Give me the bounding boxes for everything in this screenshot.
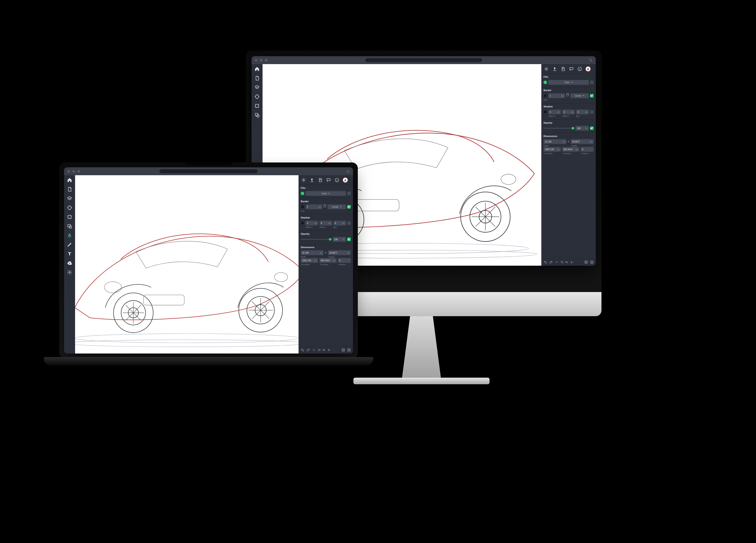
settings-icon[interactable] (67, 270, 72, 275)
share-icon[interactable] (318, 178, 323, 182)
undo-icon[interactable] (544, 260, 547, 264)
canvas[interactable] (75, 175, 299, 354)
opacity-enabled-checkbox[interactable] (347, 238, 351, 241)
info-icon[interactable] (577, 67, 582, 71)
upload-icon[interactable] (552, 67, 557, 71)
pen-tool-icon[interactable] (67, 233, 72, 238)
zoom-out-icon[interactable] (555, 260, 558, 264)
comment-icon[interactable] (326, 178, 331, 182)
width-input[interactable]: 22.245px (301, 250, 324, 255)
border-enabled-checkbox[interactable] (590, 94, 594, 97)
opacity-slider-thumb[interactable] (329, 238, 331, 241)
traffic-light-minimize[interactable] (260, 59, 263, 62)
home-icon[interactable] (254, 66, 260, 72)
lock-icon[interactable] (324, 205, 326, 208)
border-enabled-checkbox[interactable] (347, 205, 351, 209)
traffic-light-zoom[interactable] (265, 59, 268, 62)
link-dimensions-icon[interactable]: ⇅ (568, 141, 569, 143)
pencil-icon[interactable] (67, 242, 72, 247)
shadow-offset-x-input[interactable]: 4px (306, 221, 318, 225)
address-bar[interactable] (159, 169, 257, 173)
zoom-out-icon[interactable] (312, 348, 316, 352)
opacity-slider[interactable] (544, 128, 574, 129)
fit-screen-icon[interactable] (584, 260, 588, 264)
x-position-input[interactable]: 1092.135px (301, 258, 318, 263)
height-input[interactable]: 20.8577px (328, 250, 351, 255)
brand-logo-icon[interactable] (586, 67, 590, 71)
page-icon[interactable] (254, 76, 260, 81)
target-icon[interactable] (254, 94, 260, 99)
redo-icon[interactable] (549, 260, 553, 264)
height-input[interactable]: 20.8577px (571, 139, 594, 144)
collapse-panel-icon[interactable] (347, 348, 351, 352)
fill-enabled-checkbox[interactable] (590, 81, 594, 84)
styles-icon[interactable] (544, 67, 549, 71)
border-size-input[interactable]: 1px (548, 93, 565, 98)
traffic-light-close[interactable] (255, 59, 257, 62)
artboard-icon[interactable] (67, 214, 72, 220)
traffic-light-zoom[interactable] (77, 170, 80, 173)
border-align-dropdown[interactable]: Center (570, 93, 589, 98)
shadow-offset-y-input[interactable]: 4px (562, 110, 575, 114)
shadow-color-swatch[interactable] (301, 221, 304, 225)
x-position-input[interactable]: 1092.135px (544, 147, 561, 152)
opacity-value-input[interactable]: 100% (576, 126, 589, 131)
svg-point-26 (586, 262, 587, 262)
shadow-blur-input[interactable]: 0px (333, 221, 346, 225)
search-icon[interactable] (346, 170, 349, 173)
opacity-slider[interactable] (301, 239, 331, 240)
y-position-input[interactable]: 693.3414px (562, 147, 580, 152)
brand-logo-icon[interactable] (343, 178, 348, 182)
window-titlebar (252, 56, 596, 64)
opacity-value-input[interactable]: 100% (333, 237, 346, 242)
cloud-upload-icon[interactable] (67, 260, 72, 266)
shadow-color-swatch[interactable] (544, 110, 547, 114)
border-align-dropdown[interactable]: Center (328, 204, 346, 209)
zoom-in-icon[interactable] (327, 348, 331, 352)
fill-color-dropdown[interactable]: Color (306, 191, 346, 196)
redo-icon[interactable] (306, 348, 310, 352)
fill-color-swatch[interactable] (301, 192, 304, 195)
shadow-enabled-checkbox[interactable] (347, 221, 351, 225)
styles-icon[interactable] (301, 178, 306, 182)
share-icon[interactable] (561, 67, 565, 71)
y-position-input[interactable]: 693.3414px (319, 258, 337, 263)
rotation-input[interactable]: 0° (338, 258, 351, 263)
shadow-offset-y-input[interactable]: 4px (319, 221, 332, 225)
page-icon[interactable] (67, 187, 72, 192)
layers-icon[interactable] (254, 85, 260, 90)
fill-enabled-checkbox[interactable] (347, 192, 351, 195)
border-size-input[interactable]: 1px (306, 204, 322, 209)
collapse-panel-icon[interactable] (590, 260, 594, 264)
address-bar[interactable] (365, 58, 482, 62)
fill-color-swatch[interactable] (544, 81, 547, 84)
shadow-offset-x-input[interactable]: 4px (548, 110, 561, 114)
comment-icon[interactable] (569, 67, 574, 71)
fit-screen-icon[interactable] (342, 348, 345, 352)
opacity-enabled-checkbox[interactable] (590, 126, 594, 130)
mask-icon[interactable] (67, 224, 72, 229)
zoom-in-icon[interactable] (570, 260, 573, 264)
traffic-light-minimize[interactable] (72, 170, 75, 173)
search-icon[interactable] (589, 59, 592, 62)
home-icon[interactable] (67, 177, 72, 183)
shadow-blur-input[interactable]: 0px (576, 110, 589, 114)
border-color-swatch[interactable] (544, 94, 547, 97)
text-tool-icon[interactable] (67, 251, 72, 256)
layers-icon[interactable] (67, 196, 72, 201)
lock-icon[interactable] (566, 94, 569, 97)
traffic-light-close[interactable] (67, 170, 70, 173)
target-icon[interactable] (67, 205, 72, 210)
upload-icon[interactable] (310, 178, 314, 182)
border-color-swatch[interactable] (301, 205, 304, 209)
undo-icon[interactable] (301, 348, 304, 352)
artboard-icon[interactable] (254, 103, 260, 108)
opacity-slider-thumb[interactable] (572, 127, 574, 130)
fill-color-dropdown[interactable]: Color (548, 80, 589, 85)
info-icon[interactable] (335, 178, 339, 182)
width-input[interactable]: 22.245px (544, 139, 566, 144)
mask-icon[interactable] (254, 112, 260, 118)
link-dimensions-icon[interactable]: ⇅ (325, 252, 327, 254)
rotation-input[interactable]: 0° (581, 147, 594, 152)
shadow-enabled-checkbox[interactable] (590, 110, 594, 114)
